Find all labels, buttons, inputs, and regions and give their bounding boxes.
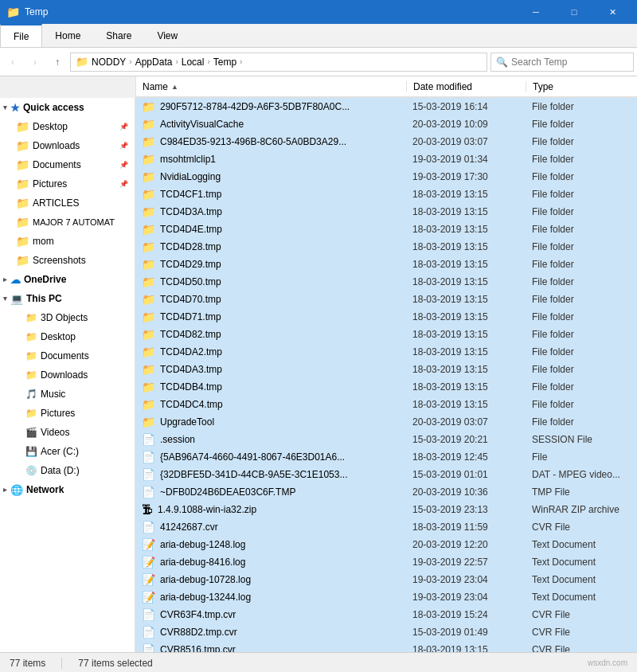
sidebar-item-pc-downloads[interactable]: 📁 Downloads bbox=[0, 365, 135, 385]
maximize-button[interactable]: □ bbox=[556, 0, 592, 24]
sidebar-item-pictures[interactable]: 📁 Pictures 📌 bbox=[0, 174, 135, 193]
table-row[interactable]: 📁 NvidiaLogging 19-03-2019 17:30 File fo… bbox=[135, 168, 637, 186]
sidebar-group-quick-access[interactable]: ▾ ★ Quick access bbox=[0, 98, 135, 117]
col-header-date[interactable]: Date modified bbox=[407, 81, 526, 92]
app-icon: 📁 bbox=[6, 6, 20, 18]
file-cell-name: 📁 TCD4D82.tmp bbox=[135, 328, 406, 341]
table-row[interactable]: 📁 TCD4D3A.tmp 18-03-2019 13:15 File fold… bbox=[135, 203, 637, 221]
table-row[interactable]: 📝 aria-debug-10728.log 19-03-2019 23:04 … bbox=[135, 571, 637, 588]
file-cell-type: File folder bbox=[526, 241, 637, 252]
file-cell-type: File folder bbox=[526, 416, 637, 428]
table-row[interactable]: 📄 .session 15-03-2019 20:21 SESSION File… bbox=[135, 431, 637, 448]
table-row[interactable]: 📁 ActivityVisualCache 20-03-2019 10:09 F… bbox=[135, 115, 637, 133]
table-row[interactable]: 📄 {32DBFE5D-341D-44CB-9A5E-3C1E1053... 1… bbox=[135, 466, 637, 483]
tab-file[interactable]: File bbox=[0, 24, 42, 47]
file-cell-type: CVR File bbox=[526, 609, 637, 620]
table-row[interactable]: 📝 aria-debug-1248.log 20-03-2019 12:20 T… bbox=[135, 536, 637, 553]
table-row[interactable]: 📁 TCD4DA2.tmp 18-03-2019 13:15 File fold… bbox=[135, 343, 637, 361]
sidebar-group-onedrive[interactable]: ▸ ☁ OneDrive bbox=[0, 270, 135, 289]
search-box[interactable]: 🔍 bbox=[490, 53, 634, 72]
minimize-button[interactable]: ─ bbox=[518, 0, 554, 24]
table-row[interactable]: 📁 TCD4D29.tmp 18-03-2019 13:15 File fold… bbox=[135, 256, 637, 273]
sidebar-item-3dobjects[interactable]: 📁 3D Objects bbox=[0, 308, 135, 327]
tab-view[interactable]: View bbox=[144, 24, 190, 47]
table-row[interactable]: 📁 TCD4CF1.tmp 18-03-2019 13:15 File fold… bbox=[135, 186, 637, 203]
file-icon: 📄 bbox=[142, 486, 155, 498]
sidebar-item-mom[interactable]: 📁 mom bbox=[0, 232, 135, 251]
tab-share[interactable]: Share bbox=[93, 24, 144, 47]
address-path[interactable]: 📁 NODDY › AppData › Local › Temp › bbox=[70, 53, 487, 72]
file-list: 📁 290F5712-8784-42D9-A6F3-5DB7F80A0C... … bbox=[135, 98, 637, 652]
sidebar-item-downloads[interactable]: 📁 Downloads 📌 bbox=[0, 136, 135, 155]
sidebar-item-pc-pictures[interactable]: 📁 Pictures bbox=[0, 404, 135, 423]
sidebar-item-articles[interactable]: 📁 ARTICLES bbox=[0, 193, 135, 213]
path-segment-temp[interactable]: Temp bbox=[213, 57, 236, 68]
file-cell-date: 18-03-2019 13:15 bbox=[406, 294, 526, 305]
table-row[interactable]: 📁 UpgradeTool 20-03-2019 03:07 File fold… bbox=[135, 413, 637, 431]
sidebar-item-desktop[interactable]: 📁 Desktop 📌 bbox=[0, 117, 135, 136]
table-row[interactable]: 📁 C984ED35-9213-496B-8C60-5A0BD3A29... 2… bbox=[135, 133, 637, 150]
sidebar-item-pc-documents[interactable]: 📁 Documents bbox=[0, 346, 135, 365]
table-row[interactable]: 📁 TCD4DA3.tmp 18-03-2019 13:15 File fold… bbox=[135, 361, 637, 378]
sidebar-item-label: Screenshots bbox=[33, 255, 86, 266]
sidebar-group-network[interactable]: ▸ 🌐 Network bbox=[0, 480, 135, 499]
file-cell-name: 📄 CVR63F4.tmp.cvr bbox=[135, 608, 406, 621]
file-name: TCD4DA2.tmp bbox=[160, 346, 222, 357]
table-row[interactable]: 📄 ~DFB0D24B6DEAE03C6F.TMP 20-03-2019 10:… bbox=[135, 483, 637, 501]
sidebar-item-label: mom bbox=[33, 236, 54, 247]
table-row[interactable]: 📝 aria-debug-8416.log 19-03-2019 22:57 T… bbox=[135, 553, 637, 571]
table-row[interactable]: 📁 TCD4D4E.tmp 18-03-2019 13:15 File fold… bbox=[135, 221, 637, 238]
table-row[interactable]: 📄 {5AB96A74-4660-4491-8067-46E3D01A6... … bbox=[135, 448, 637, 466]
col-header-name[interactable]: Name ▲ bbox=[136, 81, 407, 92]
table-row[interactable]: 📁 msohtmlclip1 19-03-2019 01:34 File fol… bbox=[135, 150, 637, 168]
forward-button[interactable]: › bbox=[25, 53, 45, 72]
table-row[interactable]: 🗜 1.4.9.1088-win-ia32.zip 15-03-2019 23:… bbox=[135, 501, 637, 518]
back-button[interactable]: ‹ bbox=[3, 53, 22, 72]
table-row[interactable]: 📁 290F5712-8784-42D9-A6F3-5DB7F80A0C... … bbox=[135, 98, 637, 115]
table-row[interactable]: 📄 CVR8516.tmp.cvr 18-03-2019 13:15 CVR F… bbox=[135, 641, 637, 652]
table-row[interactable]: 📁 TCD4D82.tmp 18-03-2019 13:15 File fold… bbox=[135, 326, 637, 343]
file-cell-date: 18-03-2019 13:15 bbox=[406, 189, 526, 200]
search-input[interactable] bbox=[511, 57, 631, 68]
table-row[interactable]: 📁 TCD4DC4.tmp 18-03-2019 13:15 File fold… bbox=[135, 396, 637, 413]
sidebar-item-pc-desktop[interactable]: 📁 Desktop bbox=[0, 327, 135, 346]
folder-icon: 📁 bbox=[16, 254, 29, 267]
up-button[interactable]: ↑ bbox=[48, 53, 67, 72]
file-icon: 📝 bbox=[142, 556, 155, 568]
table-row[interactable]: 📁 TCD4D28.tmp 18-03-2019 13:15 File fold… bbox=[135, 238, 637, 256]
file-list-container[interactable]: 📁 290F5712-8784-42D9-A6F3-5DB7F80A0C... … bbox=[135, 98, 637, 652]
table-row[interactable]: 📄 41242687.cvr 18-03-2019 11:59 CVR File… bbox=[135, 518, 637, 536]
sidebar-item-videos[interactable]: 🎬 Videos bbox=[0, 423, 135, 442]
file-icon: 📄 bbox=[142, 626, 155, 639]
tab-home[interactable]: Home bbox=[42, 24, 93, 47]
sidebar-item-label: ARTICLES bbox=[33, 197, 79, 209]
close-button[interactable]: ✕ bbox=[594, 0, 631, 24]
table-row[interactable]: 📄 CVR88D2.tmp.cvr 15-03-2019 01:49 CVR F… bbox=[135, 623, 637, 641]
path-segment-noddy[interactable]: NODDY bbox=[92, 57, 126, 68]
sidebar-item-major7[interactable]: 📁 MAJOR 7 AUTOMAT bbox=[0, 213, 135, 232]
sidebar-item-drive-d[interactable]: 💿 Data (D:) bbox=[0, 461, 135, 480]
file-cell-date: 18-03-2019 15:24 bbox=[406, 609, 526, 620]
star-icon: ★ bbox=[10, 102, 20, 114]
table-row[interactable]: 📁 TCD4DB4.tmp 18-03-2019 13:15 File fold… bbox=[135, 378, 637, 396]
file-icon: 📁 bbox=[142, 398, 155, 411]
file-cell-name: 📁 TCD4D28.tmp bbox=[135, 240, 406, 253]
sidebar-item-music[interactable]: 🎵 Music bbox=[0, 385, 135, 404]
table-row[interactable]: 📝 aria-debug-13244.log 19-03-2019 23:04 … bbox=[135, 588, 637, 606]
file-cell-name: 📁 NvidiaLogging bbox=[135, 170, 406, 183]
file-cell-date: 18-03-2019 13:15 bbox=[406, 311, 526, 322]
file-cell-name: 📝 aria-debug-8416.log bbox=[135, 556, 406, 568]
sidebar-item-documents[interactable]: 📁 Documents 📌 bbox=[0, 155, 135, 174]
table-row[interactable]: 📄 CVR63F4.tmp.cvr 18-03-2019 15:24 CVR F… bbox=[135, 606, 637, 623]
path-segment-local[interactable]: Local bbox=[182, 57, 205, 68]
col-header-type[interactable]: Type bbox=[526, 81, 637, 92]
file-icon: 🗜 bbox=[142, 503, 153, 516]
sidebar-group-thispc[interactable]: ▾ 💻 This PC bbox=[0, 289, 135, 308]
path-segment-appdata[interactable]: AppData bbox=[135, 57, 173, 68]
sidebar-item-drive-c[interactable]: 💾 Acer (C:) bbox=[0, 442, 135, 461]
table-row[interactable]: 📁 TCD4D70.tmp 18-03-2019 13:15 File fold… bbox=[135, 291, 637, 308]
sidebar-item-screenshots[interactable]: 📁 Screenshots bbox=[0, 251, 135, 270]
table-row[interactable]: 📁 TCD4D71.tmp 18-03-2019 13:15 File fold… bbox=[135, 308, 637, 326]
table-row[interactable]: 📁 TCD4D50.tmp 18-03-2019 13:15 File fold… bbox=[135, 273, 637, 291]
file-name: aria-debug-8416.log bbox=[160, 557, 245, 568]
